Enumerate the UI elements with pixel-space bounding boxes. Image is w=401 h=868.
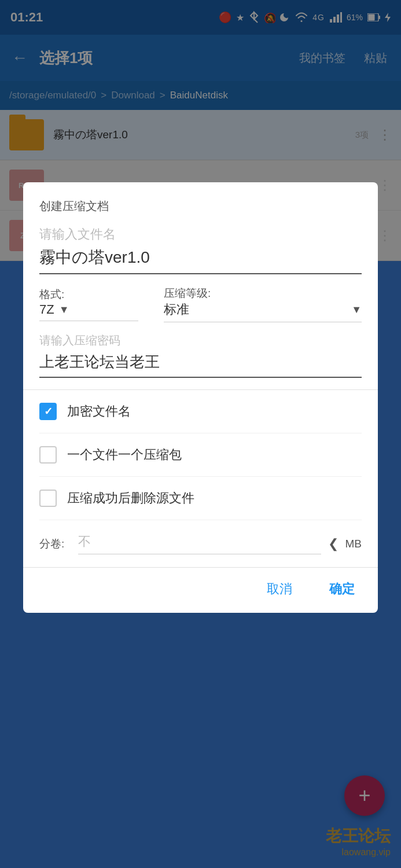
checkbox-encrypt-icon — [39, 403, 57, 420]
split-input[interactable]: 不 — [78, 533, 321, 554]
level-select[interactable]: 标准 ▼ — [164, 301, 362, 322]
checkbox-encrypt-filename[interactable]: 加密文件名 — [39, 390, 362, 433]
level-label: 压缩等级: — [164, 286, 362, 301]
format-select[interactable]: 7Z ▼ — [39, 302, 138, 321]
dialog-title: 创建压缩文档 — [39, 198, 362, 214]
checkbox-encrypt-label: 加密文件名 — [67, 403, 131, 420]
checkbox-onefile-icon — [39, 446, 57, 464]
checkbox-onefile-label: 一个文件一个压缩包 — [67, 446, 182, 464]
ok-button[interactable]: 确定 — [322, 578, 362, 600]
split-arrow-icon[interactable]: ❮ — [328, 536, 339, 551]
create-archive-dialog: 创建压缩文档 请输入文件名 霧中の塔ver1.0 格式: 7Z ▼ 压缩等级: … — [23, 182, 378, 613]
split-volume-row: 分卷: 不 ❮ MB — [39, 520, 362, 567]
format-label: 格式: — [39, 287, 138, 302]
dialog-actions: 取消 确定 — [39, 568, 362, 613]
password-placeholder: 请输入压缩密码 — [39, 333, 362, 348]
checkbox-delete-after-compress[interactable]: 压缩成功后删除源文件 — [39, 477, 362, 520]
cancel-button[interactable]: 取消 — [260, 578, 299, 600]
level-arrow-icon: ▼ — [351, 304, 362, 316]
password-input[interactable]: 上老王论坛当老王 — [39, 352, 362, 378]
level-value: 标准 — [164, 301, 347, 318]
split-label: 分卷: — [39, 536, 71, 551]
split-unit: MB — [345, 538, 362, 550]
filename-input[interactable]: 霧中の塔ver1.0 — [39, 247, 362, 274]
format-arrow-icon: ▼ — [59, 304, 69, 316]
format-value: 7Z — [39, 302, 54, 317]
filename-placeholder: 请输入文件名 — [39, 226, 362, 243]
checkbox-delete-label: 压缩成功后删除源文件 — [67, 490, 194, 507]
checkbox-one-file-one-archive[interactable]: 一个文件一个压缩包 — [39, 433, 362, 477]
format-level-row: 格式: 7Z ▼ 压缩等级: 标准 ▼ — [39, 286, 362, 322]
checkbox-delete-icon — [39, 490, 57, 507]
